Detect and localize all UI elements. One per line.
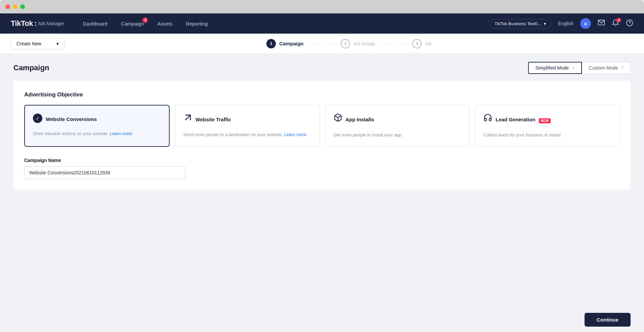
notifications-icon[interactable]: 2: [612, 19, 619, 28]
nav-assets[interactable]: Assets: [157, 19, 172, 28]
check-icon: ✓: [33, 114, 42, 123]
campaign-card: Advertising Objective ✓ Website Conversi…: [13, 81, 631, 190]
app-installs-icon: [334, 113, 342, 124]
obj-header-conversions: ✓ Website Conversions: [33, 114, 161, 127]
new-badge: NEW: [539, 118, 551, 123]
step-circle-2: 2: [341, 39, 350, 48]
create-new-button[interactable]: Create New ▾: [11, 38, 65, 49]
obj-desc-traffic: Send more people to a destination on you…: [183, 131, 311, 138]
nav-campaign[interactable]: Campaign 4: [121, 19, 144, 28]
campaign-name-input[interactable]: [24, 166, 185, 179]
logo-ads: Ads Manager: [38, 21, 64, 26]
breadcrumb-bar: Create New ▾ 1 Campaign · · · · · · · · …: [0, 34, 644, 54]
step-adgroup: 2 Ad Group: [341, 39, 375, 48]
step-circle-1: 1: [266, 39, 276, 48]
nav-dashboard[interactable]: Dashboard: [83, 19, 107, 28]
main-content: Campaign Simplified Mode ? Custom Mode ?…: [0, 54, 644, 332]
objective-section-title: Advertising Objective: [24, 91, 620, 98]
obj-title-conversions: Website Conversions: [46, 116, 97, 122]
campaign-name-section: Campaign Name: [24, 158, 620, 179]
traffic-icon: [183, 113, 192, 124]
step-circle-3: 3: [412, 39, 422, 48]
window-chrome: [0, 0, 644, 13]
step-ad: 3 Ad: [412, 39, 431, 48]
objective-grid: ✓ Website Conversions Drive valuable act…: [24, 105, 620, 147]
objective-website-traffic[interactable]: Website Traffic Send more people to a de…: [175, 105, 320, 147]
step-dots-1: · · · · · · · · ·: [307, 41, 338, 46]
simplified-help-icon[interactable]: ?: [572, 66, 574, 71]
objective-lead-generation[interactable]: Lead Generation NEW Collect leads for yo…: [475, 105, 620, 147]
messages-icon[interactable]: [598, 19, 605, 28]
navbar-right: TikTok Business Test0... ▾ English u 2: [489, 18, 633, 29]
obj-desc-installs: Get more people to install your app.: [334, 132, 462, 138]
language-selector[interactable]: English: [558, 21, 573, 26]
continue-button[interactable]: Continue: [585, 313, 631, 327]
logo: TikTok: Ads Manager: [11, 19, 64, 28]
svg-line-3: [185, 115, 190, 120]
objective-app-installs[interactable]: App Installs Get more people to install …: [325, 105, 470, 147]
help-icon[interactable]: [626, 19, 633, 28]
obj-header-installs: App Installs: [334, 113, 462, 128]
avatar[interactable]: u: [580, 18, 591, 29]
footer-bar: Continue: [0, 307, 644, 332]
campaign-name-label: Campaign Name: [24, 158, 620, 163]
objective-website-conversions[interactable]: ✓ Website Conversions Drive valuable act…: [24, 105, 170, 147]
step-label-adgroup: Ad Group: [353, 41, 375, 46]
obj-desc-lead: Collect leads for your business or brand…: [483, 132, 611, 138]
breadcrumb-steps: 1 Campaign · · · · · · · · · 2 Ad Group …: [266, 39, 431, 48]
obj-title-installs: App Installs: [346, 117, 374, 122]
step-campaign: 1 Campaign: [266, 39, 304, 48]
account-selector[interactable]: TikTok Business Test0... ▾: [489, 19, 551, 29]
lead-gen-icon: [483, 113, 492, 124]
mode-buttons: Simplified Mode ? Custom Mode ?: [528, 62, 631, 74]
navbar: TikTok: Ads Manager Dashboard Campaign 4…: [0, 13, 644, 34]
notification-badge: 2: [616, 18, 621, 23]
dot-maximize[interactable]: [20, 4, 25, 9]
campaign-header: Campaign Simplified Mode ? Custom Mode ?: [13, 62, 631, 74]
page-title: Campaign: [13, 64, 49, 72]
learn-more-traffic-link[interactable]: Learn more: [284, 132, 306, 137]
obj-header-lead: Lead Generation NEW: [483, 113, 611, 128]
custom-help-icon[interactable]: ?: [621, 66, 624, 71]
simplified-mode-button[interactable]: Simplified Mode ?: [528, 62, 582, 74]
step-label-campaign: Campaign: [279, 41, 304, 46]
campaign-badge: 4: [142, 17, 148, 23]
step-dots-2: · · · · · · · · ·: [379, 41, 409, 46]
learn-more-conversions-link[interactable]: Learn more: [110, 131, 132, 136]
custom-mode-button[interactable]: Custom Mode ?: [582, 62, 631, 74]
step-label-ad: Ad: [425, 41, 431, 46]
dot-close[interactable]: [5, 4, 10, 9]
obj-title-traffic: Website Traffic: [196, 117, 231, 122]
obj-desc-conversions: Drive valuable actions on your website. …: [33, 130, 161, 137]
dot-minimize[interactable]: [13, 4, 17, 9]
nav-reporting[interactable]: Reporting: [186, 19, 208, 28]
logo-tiktok: TikTok: [11, 19, 33, 28]
obj-header-traffic: Website Traffic: [183, 113, 311, 128]
obj-title-lead: Lead Generation: [496, 117, 535, 122]
